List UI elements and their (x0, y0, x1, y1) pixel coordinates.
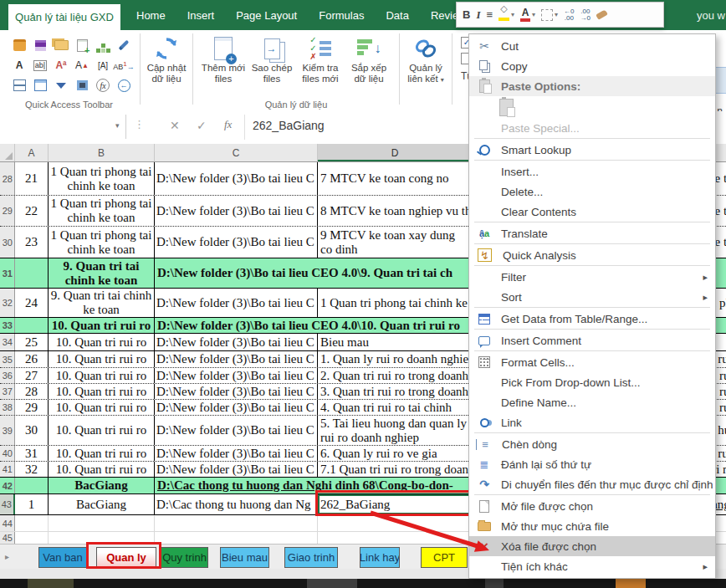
row-header[interactable]: 39 (0, 416, 15, 445)
cell-d[interactable]: 9 MTCV ke toan xay dung co dinh (318, 227, 473, 258)
cell-a[interactable]: 1 (15, 494, 49, 514)
sheet-tab-van-ban[interactable]: Van ban (38, 547, 87, 568)
row-header[interactable]: 45 (0, 532, 15, 544)
cell-b[interactable]: 9. Quan tri tai chinh ke toan (49, 289, 155, 317)
menu-item-paste-special[interactable]: Paste Special... (469, 118, 715, 138)
row-header[interactable]: 31 (0, 258, 15, 288)
new-file-icon[interactable] (72, 35, 93, 55)
cell-b[interactable]: 9. Quan tri tai chinh ke toan (49, 258, 155, 288)
menu-item-insert-comment[interactable]: Insert Comment (469, 330, 715, 350)
menu-item-m-th-m-c-ch-a-file[interactable]: Mở thư mục chứa file (469, 516, 715, 536)
cell-b[interactable]: 10. Quan tri rui ro (49, 400, 155, 415)
cell-c[interactable]: D:\New folder (3)\Bo tai lieu C (155, 351, 318, 367)
select-all-corner[interactable] (0, 144, 15, 161)
case-search-icon[interactable] (9, 35, 30, 55)
filter-icon[interactable] (51, 75, 72, 95)
cell-b[interactable]: 10. Quan tri rui ro (49, 368, 155, 383)
row-header[interactable]: 29 (0, 196, 15, 226)
cell-a[interactable]: 22 (15, 196, 49, 226)
cell-c[interactable]: D:\New folder (3)\Bo tai lieu C (155, 196, 318, 226)
sitemap-icon[interactable] (93, 35, 114, 55)
menu-item-translate[interactable]: ậaTranslate (469, 223, 715, 243)
cell-c[interactable]: D:\New folder (3)\Bo tai lieu C (155, 416, 318, 445)
them-moi-files-button[interactable]: Thêm mới files (199, 30, 248, 84)
cell-b[interactable]: 10. Quan tri rui ro (49, 416, 155, 445)
cell-a[interactable]: 26 (15, 351, 49, 367)
menu-item-clear-contents[interactable]: Clear Contents (469, 202, 715, 222)
paste-option-button[interactable] (469, 96, 715, 118)
cell-c[interactable]: D:\Cac thong tu huong dan Ng (155, 494, 318, 514)
row-header[interactable]: 43 (0, 494, 15, 514)
ribbon-tab-home[interactable]: Home (125, 9, 176, 22)
row-header[interactable]: 37 (0, 384, 15, 399)
cell-b[interactable]: 1 Quan tri phong tai chinh ke toan (49, 227, 155, 258)
menu-item-x-a-file-c-ch-n[interactable]: ×Xóa file được chọn (469, 536, 715, 556)
ribbon-tab-insert[interactable]: Insert (176, 9, 226, 22)
sheet-tab-bieu-mau[interactable]: Bieu mau (220, 547, 269, 568)
column-header-a[interactable]: A (15, 144, 49, 161)
cell-a[interactable] (15, 532, 49, 544)
row-header[interactable]: 38 (0, 400, 15, 415)
superscript-icon[interactable]: Aª (51, 55, 72, 75)
cell-b[interactable]: 10. Quan tri rui ro (49, 462, 155, 477)
cell-d[interactable] (318, 532, 473, 544)
name-box-caret-icon[interactable]: ▾ (115, 121, 120, 130)
table-search-icon[interactable] (9, 75, 30, 95)
cell-c[interactable]: D:\New folder (3)\Bo tai lieu C (155, 462, 318, 477)
cell-a[interactable]: 30 (15, 416, 49, 445)
cell-b[interactable] (49, 515, 155, 531)
cell-a[interactable]: 29 (15, 400, 49, 415)
cell-b[interactable]: 10. Quan tri rui ro (49, 446, 155, 461)
menu-item-nh-l-i-s-th-t[interactable]: ≣Đánh lại số thứ tự (469, 454, 715, 474)
menu-item-copy[interactable]: Copy (469, 56, 715, 76)
cell-a[interactable] (15, 318, 49, 333)
menu-item-format-cells[interactable]: Format Cells... (469, 352, 715, 372)
cell-d[interactable]: Bieu mau (318, 334, 473, 350)
cell-a[interactable] (15, 258, 49, 288)
cell-c[interactable]: D:\New folder (3)\Bo tai lieu C (155, 368, 318, 383)
bold-button[interactable]: B (463, 8, 470, 21)
cell-c[interactable]: D:\New folder (3)\Bo tai lieu C (155, 400, 318, 415)
row-header[interactable]: 34 (0, 334, 15, 350)
cell-a[interactable]: 24 (15, 289, 49, 317)
grid-icon[interactable] (72, 75, 93, 95)
cell-d[interactable]: 1 Quan tri phong tai chinh ke toan (318, 289, 473, 317)
menu-item-di-chuy-n-files-n-th-m-c-c-ch-nh[interactable]: ↷Di chuyển files đến thư mục được chỉ đị… (469, 474, 715, 494)
cell-b[interactable]: 10. Quan tri rui ro (49, 384, 155, 399)
sheet-tab-cpt[interactable]: CPT (421, 547, 468, 568)
cell-d[interactable]: 7.1 Quan tri rui ro trong doanh (318, 462, 473, 477)
cap-nhat-du-lieu-button[interactable]: Cập nhật dữ liệu (142, 30, 191, 111)
sheet-tab-quy-trinh[interactable]: Quy trinh (161, 547, 208, 568)
fx-icon[interactable]: fx (93, 75, 114, 95)
decrease-decimal-button[interactable]: .00→0 (580, 8, 591, 22)
bracket-text-icon[interactable]: [A] (93, 55, 114, 75)
fill-color-button[interactable]: ◇▾ (498, 8, 514, 21)
cell-a[interactable]: 27 (15, 368, 49, 383)
cell-a[interactable]: 31 (15, 446, 49, 461)
menu-item-filter[interactable]: Filter▸ (469, 267, 715, 287)
cell-c[interactable]: D:\New folder (3)\Bo tai lieu C (155, 162, 318, 195)
cell-d[interactable]: 4. Quan tri rui ro tai chinh (318, 400, 473, 415)
cell-d[interactable]: 2. Quan tri rui ro trong doanh nghiep (318, 368, 473, 383)
formula-bar-grip[interactable]: ⋮ (134, 118, 145, 130)
row-header[interactable]: 42 (0, 478, 15, 493)
cell-a[interactable]: 32 (15, 462, 49, 477)
menu-item-m-file-c-ch-n[interactable]: Mở file được chọn (469, 496, 715, 516)
italic-button[interactable]: I (476, 8, 480, 22)
cell-d[interactable]: 3. Quan tri rui ro trong doanh nghiep (318, 384, 473, 399)
open-folder-icon[interactable] (51, 35, 72, 55)
cell-d[interactable]: 1. Quan ly rui ro doanh nghiep (318, 351, 473, 367)
enter-icon[interactable]: ✓ (197, 119, 207, 132)
borders-button[interactable]: ▾ (541, 9, 558, 21)
cancel-icon[interactable]: ✕ (170, 119, 180, 132)
save-icon[interactable] (30, 35, 51, 55)
sheet-tab-quan-ly[interactable]: Quan ly (96, 547, 156, 568)
back-arrow-icon[interactable]: ← (114, 75, 135, 95)
cell-b[interactable]: 10. Quan tri rui ro (49, 334, 155, 350)
quan-ly-lien-ket-button[interactable]: Quản lý liên kết▾ (401, 30, 450, 111)
cell-b[interactable]: 1 Quan tri phong tai chinh ke toan (49, 196, 155, 226)
increase-decimal-button[interactable]: ←0.00 (564, 8, 574, 22)
cell-d[interactable]: 7 MTCV ke toan cong no (318, 162, 473, 195)
cell-a[interactable] (15, 478, 49, 493)
row-header[interactable]: 30 (0, 227, 15, 258)
